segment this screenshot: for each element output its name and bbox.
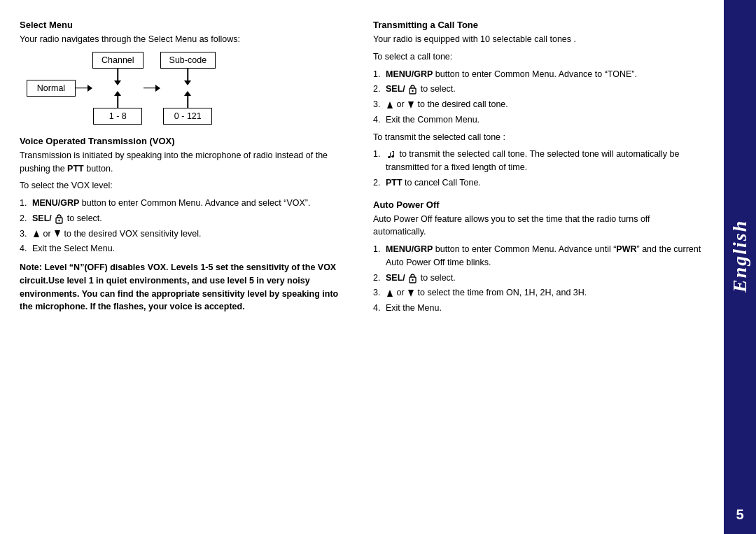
flow-diagram: Normal Channel 1 - 8 Sub-code [27,52,351,125]
channel-box: Channel [92,52,144,69]
channel-col: Channel 1 - 8 [92,52,144,125]
svg-marker-10 [387,290,393,297]
call-tone-transmit-step-1: 1. to transmit the selected call tone. T… [373,148,704,174]
up-arrow-icon-3 [386,289,393,297]
down-arrow-icon-3 [407,289,414,297]
arrow-range2-up [183,91,192,108]
svg-marker-11 [408,290,414,297]
lock-icon [55,213,64,224]
lock-icon-2 [408,84,417,94]
call-tone-step-4: 4. Exit the Common Menu. [373,113,704,127]
svg-point-5 [412,90,414,92]
arrow-subcode-down [183,69,192,85]
call-tone-section: Transmitting a Call Tone Your radio is e… [373,20,704,199]
vox-note: Note: Level “N”(OFF) disables VOX. Level… [20,261,351,314]
subcode-col: Sub-code 0 - 121 [160,52,216,125]
call-tone-transmit-label: To transmit the selected call tone : [373,131,704,144]
sidebar-language-label: English [729,6,751,507]
normal-box: Normal [27,80,76,97]
auto-power-step-2: 2. SEL/ to select. [373,272,704,285]
select-menu-intro: Your radio navigates through the Select … [20,33,351,46]
auto-power-step-1: 1. MENU/GRP button to enter Common Menu.… [373,243,704,269]
auto-power-step-3: 3. or to select the time from ON, 1H, 2H… [373,286,704,300]
left-column: Select Menu Your radio navigates through… [20,20,351,520]
select-menu-title: Select Menu [20,20,351,30]
up-arrow-icon [33,230,40,238]
vox-step-3: 3. or to the desired VOX sensitivity lev… [20,227,351,241]
lock-icon-3 [408,273,417,283]
svg-point-9 [412,279,414,281]
vox-step-2: 2. SEL/ to select. [20,212,351,225]
auto-power-intro: Auto Power Off feature allows you to set… [373,213,704,239]
vox-intro: Transmission is initiated by speaking in… [20,149,351,176]
call-tone-transmit-step-2: 2. PTT to cancel Call Tone. [373,176,704,190]
svg-marker-7 [408,101,414,108]
vox-section: Voice Operated Transmission (VOX) Transm… [20,136,351,318]
vox-step-4: 4. Exit the Select Menu. [20,242,351,255]
call-tone-step-2: 2. SEL/ to select. [373,83,704,96]
arrow-range1-up [113,91,122,108]
sidebar-page-number: 5 [736,507,743,523]
svg-marker-6 [387,101,393,108]
range2-box: 0 - 121 [163,108,212,125]
call-tone-step-3: 3. or to the desired call tone. [373,98,704,111]
right-column: Transmitting a Call Tone Your radio is e… [373,20,704,520]
up-arrow-icon-2 [386,101,393,109]
select-menu-section: Select Menu Your radio navigates through… [20,20,351,136]
down-arrow-icon-2 [407,101,414,109]
subcode-box: Sub-code [160,52,216,69]
svg-marker-3 [55,230,60,237]
call-tone-title: Transmitting a Call Tone [373,20,704,30]
range1-box: 1 - 8 [93,108,142,125]
auto-power-title: Auto Power Off [373,199,704,210]
call-tone-step-1: 1. MENU/GRP button to enter Common Menu.… [373,68,704,81]
vox-title: Voice Operated Transmission (VOX) [20,136,351,146]
svg-point-1 [59,220,60,221]
sidebar: English 5 [724,0,756,534]
main-content: Select Menu Your radio navigates through… [0,0,724,534]
down-arrow-icon [54,230,61,238]
arrow-normal-channel [76,83,92,93]
arrow-channel-down [113,69,122,85]
auto-power-step-4: 4. Exit the Menu. [373,302,704,315]
svg-marker-2 [34,230,39,237]
vox-select-level: To select the VOX level: [20,179,351,192]
call-tone-select-label: To select a call tone: [373,50,704,64]
call-tone-intro: Your radio is equipped with 10 selectabl… [373,33,704,46]
arrow-channel-subcode [144,83,160,93]
music-note-icon [386,150,396,160]
vox-step-1: 1. MENU/GRP button to enter Common Menu.… [20,197,351,210]
auto-power-section: Auto Power Off Auto Power Off feature al… [373,199,704,317]
